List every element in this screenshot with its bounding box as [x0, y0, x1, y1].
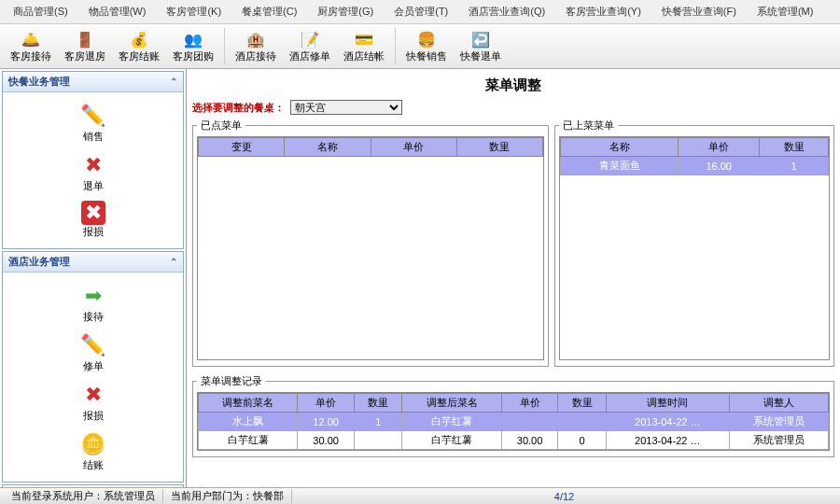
toolbar-button[interactable]: 💳酒店结帐: [337, 26, 391, 66]
table-row[interactable]: 青菜面鱼16.001: [561, 157, 829, 175]
table-row[interactable]: 白芋红薯30.00白芋红薯30.0002013-04-22 …系统管理员: [199, 431, 829, 450]
menu-item[interactable]: 客房营业查询(Y): [556, 2, 651, 21]
toolbar-icon: 💳: [354, 29, 374, 49]
sidebar-item[interactable]: ✖报损: [79, 381, 107, 423]
sidebar-item[interactable]: ✏️销售: [79, 102, 107, 144]
toolbar-icon: 💰: [129, 29, 149, 49]
sidebar-icon: ✏️: [79, 331, 107, 359]
toolbar-icon: 🛎️: [21, 29, 41, 49]
toolbar-icon: 👥: [183, 29, 203, 49]
sidebar-item[interactable]: ✖报损: [81, 201, 105, 239]
sidebar-item[interactable]: ✖退单: [79, 151, 107, 193]
ordered-legend: 已点菜单: [197, 119, 245, 133]
menu-item[interactable]: 厨房管理(G): [308, 2, 383, 21]
served-fieldset: 已上菜菜单 名称单价数里 青菜面鱼16.001: [554, 119, 834, 367]
chevron-up-icon: ⌃: [170, 257, 177, 267]
sidebar-icon: ✖: [81, 201, 105, 225]
panel-header[interactable]: 快餐业务管理⌃: [3, 72, 183, 92]
served-legend: 已上菜菜单: [559, 119, 618, 133]
main-content: 菜单调整 选择要调整的餐桌： 朝天宫 已点菜单 变更名称单价数里 已上菜菜单: [187, 69, 840, 502]
sidebar-item[interactable]: ✏️修单: [79, 331, 107, 373]
toolbar: 🛎️客房接待🚪客房退房💰客房结账👥客房团购🏨酒店接待📝酒店修单💳酒店结帐🍔快餐销…: [0, 24, 840, 69]
menu-item[interactable]: 客房管理(K): [157, 2, 231, 21]
menu-item[interactable]: 物品管理(W): [79, 2, 156, 21]
pager: 4/12: [292, 491, 836, 502]
menu-item[interactable]: 餐桌管理(C): [232, 2, 306, 21]
page-title: 菜单调整: [192, 77, 834, 94]
toolbar-button[interactable]: 🛎️客房接待: [4, 26, 58, 66]
menu-item[interactable]: 会员管理(T): [385, 2, 457, 21]
toolbar-icon: ↩️: [470, 29, 491, 49]
panel-header[interactable]: 酒店业务管理⌃: [3, 252, 183, 273]
chevron-up-icon: ⌃: [170, 77, 177, 87]
sidebar-item[interactable]: ➡接待: [79, 282, 107, 324]
table-select-row: 选择要调整的餐桌： 朝天宫: [192, 100, 834, 115]
toolbar-button[interactable]: 👥客房团购: [166, 26, 220, 66]
sidebar-icon: ✖: [79, 381, 107, 409]
sidebar-icon: ➡: [79, 282, 107, 310]
select-label: 选择要调整的餐桌：: [192, 101, 285, 115]
toolbar-icon: 📝: [300, 29, 320, 49]
menu-item[interactable]: 酒店营业查询(Q): [459, 2, 554, 21]
sidebar-icon: ✖: [79, 151, 107, 179]
served-table[interactable]: 名称单价数里 青菜面鱼16.001: [560, 137, 829, 175]
toolbar-button[interactable]: 💰客房结账: [112, 26, 166, 66]
toolbar-button[interactable]: 🏨酒店接待: [229, 26, 283, 66]
toolbar-button[interactable]: ↩️快餐退单: [454, 26, 508, 66]
toolbar-icon: 🏨: [245, 29, 266, 49]
sidebar-icon: ✏️: [79, 102, 107, 130]
toolbar-button[interactable]: 🚪客房退房: [58, 26, 112, 66]
log-table[interactable]: 调整前菜名单价数里调整后菜名单价数里调整时间调整人 水上飘12.001白芋红薯2…: [198, 393, 829, 450]
toolbar-icon: 🍔: [416, 29, 437, 49]
menu-item[interactable]: 系统管理(M): [748, 2, 823, 21]
table-select[interactable]: 朝天宫: [290, 100, 402, 115]
ordered-fieldset: 已点菜单 变更名称单价数里: [192, 119, 549, 367]
statusbar: 当前登录系统用户：系统管理员 当前用户部门为：快餐部 4/12: [0, 487, 840, 504]
menu-item[interactable]: 商品管理(S): [4, 2, 77, 21]
toolbar-button[interactable]: 🍔快餐销售: [399, 26, 454, 66]
toolbar-icon: 🚪: [75, 29, 95, 49]
table-row[interactable]: 水上飘12.001白芋红薯2013-04-22 …系统管理员: [199, 413, 829, 431]
sidebar-icon: 🪙: [79, 430, 107, 458]
sidebar-item[interactable]: 🪙结账: [79, 430, 107, 472]
menu-item[interactable]: 快餐营业查询(F): [652, 2, 746, 21]
log-fieldset: 菜单调整记录 调整前菜名单价数里调整后菜名单价数里调整时间调整人 水上飘12.0…: [192, 374, 834, 457]
log-legend: 菜单调整记录: [197, 374, 266, 388]
toolbar-button[interactable]: 📝酒店修单: [283, 26, 337, 66]
sidebar: 快餐业务管理⌃✏️销售✖退单✖报损酒店业务管理⌃➡接待✏️修单✖报损🪙结账客房业…: [0, 69, 187, 502]
ordered-table[interactable]: 变更名称单价数里: [198, 137, 543, 157]
menubar: 商品管理(S)物品管理(W)客房管理(K)餐桌管理(C)厨房管理(G)会员管理(…: [0, 0, 840, 24]
